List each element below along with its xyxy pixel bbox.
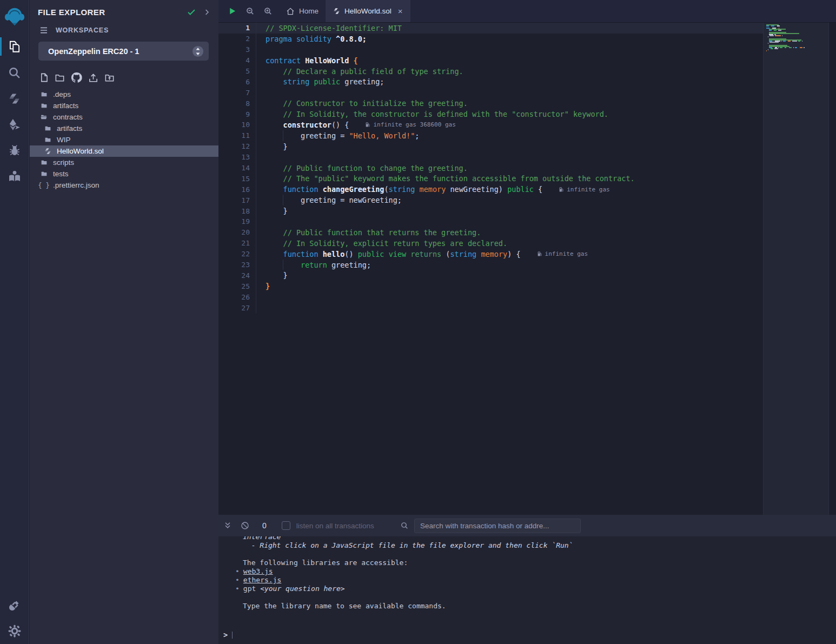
- remix-logo-icon[interactable]: [0, 0, 29, 34]
- line-number: 13: [218, 153, 250, 161]
- terminal-prompt-input[interactable]: >: [223, 630, 818, 639]
- hamburger-menu-icon[interactable]: [39, 26, 49, 35]
- folder-icon: [43, 136, 52, 143]
- debugger-icon[interactable]: [0, 137, 29, 163]
- terminal-link[interactable]: ethers.js: [243, 576, 281, 584]
- terminal-line: •gpt <your question here>: [218, 585, 836, 593]
- code-line-text: return greeting;: [250, 261, 371, 269]
- file-explorer-header: FILE EXPLORER: [30, 0, 218, 17]
- code-line: 6 string public greeting;: [218, 76, 836, 87]
- code-line: 15 // The "public" keyword makes the fun…: [218, 173, 836, 184]
- line-number: 14: [218, 164, 250, 172]
- tree-item-artifacts[interactable]: artifacts: [30, 123, 218, 134]
- terminal-panel: 0 listen on all transactions interface -…: [218, 515, 836, 644]
- code-editor[interactable]: 1// SPDX-License-Identifier: MIT2pragma …: [218, 23, 836, 313]
- tree-item--deps[interactable]: .deps: [30, 89, 218, 100]
- code-line-text: greeting = newGreeting;: [250, 196, 402, 204]
- file-explorer-panel: FILE EXPLORER WORKSPACES OpenZeppelin ER…: [30, 0, 218, 644]
- gas-estimate-widget: infinite gas: [559, 186, 609, 193]
- terminal-search-input[interactable]: [414, 519, 581, 533]
- check-icon[interactable]: [187, 7, 196, 17]
- code-line-text: }: [250, 282, 270, 290]
- listen-transactions-checkbox[interactable]: [282, 521, 290, 530]
- code-line: 13: [218, 152, 836, 163]
- code-line: 26: [218, 291, 836, 302]
- minimap[interactable]: [763, 23, 829, 515]
- line-number: 5: [218, 67, 250, 75]
- new-folder-icon[interactable]: [54, 72, 65, 83]
- code-line: 4contract HelloWorld {: [218, 55, 836, 66]
- line-number: 7: [218, 89, 250, 97]
- listen-transactions-label: listen on all transactions: [296, 522, 374, 530]
- code-line: 19: [218, 216, 836, 227]
- code-line: 23 return greeting;: [218, 260, 836, 270]
- solidity-compiler-icon[interactable]: [0, 85, 29, 111]
- gas-pump-icon: [537, 251, 542, 257]
- folder-icon: [39, 170, 48, 177]
- terminal-header: 0 listen on all transactions: [218, 515, 836, 536]
- prompt-glyph: >: [223, 630, 228, 639]
- editor-actions: [218, 0, 279, 22]
- workspace-select[interactable]: OpenZeppelin ERC20 - 1: [38, 42, 209, 61]
- terminal-link[interactable]: web3.js: [243, 567, 273, 575]
- tree-item-scripts[interactable]: scripts: [30, 157, 218, 168]
- chevron-right-icon[interactable]: [203, 8, 211, 16]
- line-number: 4: [218, 56, 250, 64]
- search-icon[interactable]: [0, 59, 29, 85]
- bullet-icon: •: [235, 567, 240, 575]
- learneth-icon[interactable]: [0, 163, 29, 189]
- zoom-out-icon[interactable]: [246, 6, 255, 16]
- tree-item--prettierrc-json[interactable]: { }.prettierrc.json: [30, 180, 218, 191]
- terminal-line: •ethers.js: [218, 576, 836, 585]
- code-line-text: // The "public" keyword makes the functi…: [250, 174, 635, 183]
- code-line: 1// SPDX-License-Identifier: MIT: [218, 23, 836, 34]
- file-explorer-icon[interactable]: [0, 34, 29, 59]
- gas-estimate-text: infinite gas 368600 gas: [373, 121, 455, 128]
- code-line: 2pragma solidity ^0.8.0;: [218, 34, 836, 44]
- tree-item-artifacts[interactable]: artifacts: [30, 100, 218, 111]
- line-number: 10: [218, 121, 250, 129]
- code-line-text: // Constructor to initialize the greetin…: [250, 99, 468, 108]
- zoom-in-icon[interactable]: [263, 6, 273, 16]
- gas-estimate-widget: infinite gas 368600 gas: [365, 121, 455, 128]
- terminal-search-icon: [400, 521, 409, 530]
- tree-item-wip[interactable]: WIP: [30, 134, 218, 145]
- line-number: 8: [218, 99, 250, 108]
- code-line-text: constructor() {: [250, 121, 349, 129]
- json-file-icon: { }: [39, 182, 48, 189]
- line-number: 17: [218, 196, 250, 204]
- deploy-run-icon[interactable]: [0, 111, 29, 137]
- tab-helloworld-sol[interactable]: HelloWorld.sol×: [326, 0, 410, 22]
- workspace-switch-icon[interactable]: [192, 45, 204, 57]
- code-line-text: pragma solidity ^0.8.0;: [250, 35, 367, 43]
- tree-item-label: HelloWorld.sol: [57, 147, 104, 155]
- terminal-output: interface - Right click on a JavaScript …: [218, 536, 836, 644]
- tree-item-tests[interactable]: tests: [30, 168, 218, 180]
- gas-estimate-widget: infinite gas: [537, 250, 588, 257]
- code-line-text: // Declare a public field of type string…: [250, 67, 463, 76]
- tree-item-label: artifacts: [53, 102, 78, 110]
- upload-folder-icon[interactable]: [104, 72, 115, 83]
- transaction-count: 0: [262, 521, 267, 530]
- code-line: 11 greeting = "Hello, World!";: [218, 130, 836, 141]
- tree-item-contracts[interactable]: contracts: [30, 111, 218, 123]
- upload-file-icon[interactable]: [88, 72, 99, 83]
- run-script-button[interactable]: [228, 6, 237, 16]
- line-number: 12: [218, 142, 250, 150]
- code-line-text: // In Solidity, explicit return types ar…: [250, 239, 507, 248]
- folder-icon: [39, 159, 48, 166]
- clear-console-icon[interactable]: [241, 521, 249, 530]
- tab-home[interactable]: Home: [279, 0, 326, 22]
- settings-icon[interactable]: [0, 618, 29, 644]
- plugin-manager-icon[interactable]: [0, 592, 29, 618]
- terminal-line: [218, 593, 836, 602]
- folder-icon: [39, 102, 48, 109]
- tab-close-icon[interactable]: ×: [398, 6, 403, 16]
- new-file-icon[interactable]: [39, 72, 49, 83]
- expand-terminal-icon[interactable]: [223, 521, 232, 530]
- code-line-text: }: [250, 142, 288, 151]
- github-icon[interactable]: [70, 71, 83, 84]
- panel-title: FILE EXPLORER: [38, 8, 180, 17]
- editor-region: HomeHelloWorld.sol× 1// SPDX-License-Ide…: [218, 0, 836, 515]
- tree-item-helloworld-sol[interactable]: HelloWorld.sol: [30, 145, 218, 157]
